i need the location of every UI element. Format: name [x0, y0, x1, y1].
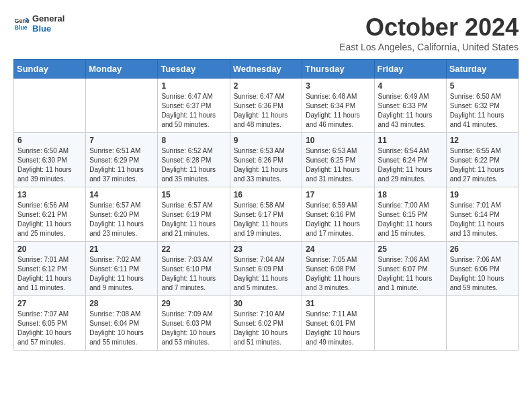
- day-number: 20: [17, 244, 82, 254]
- calendar-cell: 12Sunrise: 6:55 AM Sunset: 6:22 PM Dayli…: [446, 133, 518, 187]
- calendar-cell: 2Sunrise: 6:47 AM Sunset: 6:36 PM Daylig…: [230, 79, 302, 133]
- day-info: Sunrise: 6:55 AM Sunset: 6:22 PM Dayligh…: [450, 146, 515, 184]
- weekday-header-tuesday: Tuesday: [158, 60, 230, 79]
- day-number: 31: [306, 299, 370, 308]
- day-number: 21: [89, 244, 154, 254]
- weekday-header-row: SundayMondayTuesdayWednesdayThursdayFrid…: [14, 60, 519, 79]
- day-number: 14: [89, 190, 154, 199]
- location-subtitle: East Los Angeles, California, United Sta…: [339, 42, 519, 52]
- calendar-cell: 11Sunrise: 6:54 AM Sunset: 6:24 PM Dayli…: [374, 133, 446, 187]
- day-info: Sunrise: 6:56 AM Sunset: 6:21 PM Dayligh…: [17, 201, 82, 238]
- day-info: Sunrise: 6:50 AM Sunset: 6:32 PM Dayligh…: [450, 92, 515, 130]
- calendar-cell: 27Sunrise: 7:07 AM Sunset: 6:05 PM Dayli…: [14, 296, 86, 351]
- day-info: Sunrise: 6:57 AM Sunset: 6:19 PM Dayligh…: [161, 201, 226, 238]
- day-info: Sunrise: 6:48 AM Sunset: 6:34 PM Dayligh…: [306, 92, 370, 130]
- day-info: Sunrise: 6:54 AM Sunset: 6:24 PM Dayligh…: [378, 146, 443, 184]
- svg-text:Blue: Blue: [15, 24, 28, 31]
- day-info: Sunrise: 7:11 AM Sunset: 6:01 PM Dayligh…: [306, 310, 370, 347]
- calendar-cell: 23Sunrise: 7:04 AM Sunset: 6:09 PM Dayli…: [230, 242, 302, 296]
- day-number: 15: [161, 190, 226, 199]
- weekday-header-monday: Monday: [86, 60, 158, 79]
- title-area: October 2024 East Los Angeles, Californi…: [339, 13, 519, 52]
- calendar-cell: [446, 296, 518, 351]
- week-row-3: 13Sunrise: 6:56 AM Sunset: 6:21 PM Dayli…: [14, 187, 519, 242]
- day-number: 22: [161, 244, 226, 254]
- week-row-5: 27Sunrise: 7:07 AM Sunset: 6:05 PM Dayli…: [14, 296, 519, 351]
- calendar-cell: [14, 79, 86, 133]
- logo-blue: Blue: [32, 24, 64, 34]
- day-info: Sunrise: 7:02 AM Sunset: 6:11 PM Dayligh…: [89, 255, 154, 293]
- calendar-cell: 16Sunrise: 6:58 AM Sunset: 6:17 PM Dayli…: [230, 187, 302, 242]
- day-info: Sunrise: 6:47 AM Sunset: 6:37 PM Dayligh…: [161, 92, 226, 130]
- day-number: 19: [450, 190, 515, 199]
- weekday-header-friday: Friday: [374, 60, 446, 79]
- day-number: 27: [17, 299, 82, 308]
- day-number: 4: [378, 81, 443, 91]
- calendar-cell: 13Sunrise: 6:56 AM Sunset: 6:21 PM Dayli…: [14, 187, 86, 242]
- week-row-1: 1Sunrise: 6:47 AM Sunset: 6:37 PM Daylig…: [14, 79, 519, 133]
- calendar-cell: 18Sunrise: 7:00 AM Sunset: 6:15 PM Dayli…: [374, 187, 446, 242]
- calendar-cell: 1Sunrise: 6:47 AM Sunset: 6:37 PM Daylig…: [158, 79, 230, 133]
- day-info: Sunrise: 7:03 AM Sunset: 6:10 PM Dayligh…: [161, 255, 226, 293]
- day-number: 17: [306, 190, 370, 199]
- day-number: 23: [234, 244, 299, 254]
- day-info: Sunrise: 7:07 AM Sunset: 6:05 PM Dayligh…: [17, 310, 82, 347]
- day-info: Sunrise: 7:09 AM Sunset: 6:03 PM Dayligh…: [161, 310, 226, 347]
- day-info: Sunrise: 6:51 AM Sunset: 6:29 PM Dayligh…: [89, 146, 154, 184]
- day-info: Sunrise: 7:01 AM Sunset: 6:14 PM Dayligh…: [450, 201, 515, 238]
- calendar-cell: [374, 296, 446, 351]
- day-info: Sunrise: 6:47 AM Sunset: 6:36 PM Dayligh…: [234, 92, 299, 130]
- calendar-cell: 26Sunrise: 7:06 AM Sunset: 6:06 PM Dayli…: [446, 242, 518, 296]
- calendar-cell: 5Sunrise: 6:50 AM Sunset: 6:32 PM Daylig…: [446, 79, 518, 133]
- calendar-cell: 15Sunrise: 6:57 AM Sunset: 6:19 PM Dayli…: [158, 187, 230, 242]
- day-info: Sunrise: 6:52 AM Sunset: 6:28 PM Dayligh…: [161, 146, 226, 184]
- calendar-cell: 19Sunrise: 7:01 AM Sunset: 6:14 PM Dayli…: [446, 187, 518, 242]
- day-info: Sunrise: 7:01 AM Sunset: 6:12 PM Dayligh…: [17, 255, 82, 293]
- calendar-cell: 31Sunrise: 7:11 AM Sunset: 6:01 PM Dayli…: [302, 296, 374, 351]
- day-info: Sunrise: 7:06 AM Sunset: 6:06 PM Dayligh…: [450, 255, 515, 293]
- day-info: Sunrise: 7:06 AM Sunset: 6:07 PM Dayligh…: [378, 255, 443, 293]
- day-info: Sunrise: 6:58 AM Sunset: 6:17 PM Dayligh…: [234, 201, 299, 238]
- calendar-cell: 21Sunrise: 7:02 AM Sunset: 6:11 PM Dayli…: [86, 242, 158, 296]
- day-number: 1: [161, 81, 226, 91]
- day-number: 30: [234, 299, 299, 308]
- calendar-cell: 24Sunrise: 7:05 AM Sunset: 6:08 PM Dayli…: [302, 242, 374, 296]
- day-number: 18: [378, 190, 443, 199]
- day-number: 7: [89, 136, 154, 145]
- calendar-table: SundayMondayTuesdayWednesdayThursdayFrid…: [13, 59, 519, 351]
- month-title: October 2024: [339, 13, 519, 42]
- day-info: Sunrise: 6:59 AM Sunset: 6:16 PM Dayligh…: [306, 201, 370, 238]
- day-info: Sunrise: 7:08 AM Sunset: 6:04 PM Dayligh…: [89, 310, 154, 347]
- weekday-header-wednesday: Wednesday: [230, 60, 302, 79]
- calendar-cell: 14Sunrise: 6:57 AM Sunset: 6:20 PM Dayli…: [86, 187, 158, 242]
- calendar-cell: 28Sunrise: 7:08 AM Sunset: 6:04 PM Dayli…: [86, 296, 158, 351]
- day-info: Sunrise: 6:53 AM Sunset: 6:26 PM Dayligh…: [234, 146, 299, 184]
- day-info: Sunrise: 6:53 AM Sunset: 6:25 PM Dayligh…: [306, 146, 370, 184]
- day-info: Sunrise: 7:10 AM Sunset: 6:02 PM Dayligh…: [234, 310, 299, 347]
- calendar-cell: 10Sunrise: 6:53 AM Sunset: 6:25 PM Dayli…: [302, 133, 374, 187]
- weekday-header-thursday: Thursday: [302, 60, 374, 79]
- calendar-cell: 20Sunrise: 7:01 AM Sunset: 6:12 PM Dayli…: [14, 242, 86, 296]
- day-number: 5: [450, 81, 515, 91]
- calendar-cell: 17Sunrise: 6:59 AM Sunset: 6:16 PM Dayli…: [302, 187, 374, 242]
- day-number: 16: [234, 190, 299, 199]
- weekday-header-saturday: Saturday: [446, 60, 518, 79]
- day-number: 2: [234, 81, 299, 91]
- weekday-header-sunday: Sunday: [14, 60, 86, 79]
- day-number: 3: [306, 81, 370, 91]
- logo-icon: General Blue: [13, 15, 30, 32]
- calendar-cell: 7Sunrise: 6:51 AM Sunset: 6:29 PM Daylig…: [86, 133, 158, 187]
- day-number: 6: [17, 136, 82, 145]
- calendar-cell: 3Sunrise: 6:48 AM Sunset: 6:34 PM Daylig…: [302, 79, 374, 133]
- calendar-cell: 9Sunrise: 6:53 AM Sunset: 6:26 PM Daylig…: [230, 133, 302, 187]
- calendar-cell: 8Sunrise: 6:52 AM Sunset: 6:28 PM Daylig…: [158, 133, 230, 187]
- day-number: 25: [378, 244, 443, 254]
- day-info: Sunrise: 7:05 AM Sunset: 6:08 PM Dayligh…: [306, 255, 370, 293]
- day-info: Sunrise: 7:04 AM Sunset: 6:09 PM Dayligh…: [234, 255, 299, 293]
- logo-general: General: [32, 13, 64, 24]
- calendar-cell: [86, 79, 158, 133]
- header: General Blue General Blue October 2024 E…: [13, 13, 519, 52]
- day-number: 10: [306, 136, 370, 145]
- day-number: 13: [17, 190, 82, 199]
- calendar-cell: 29Sunrise: 7:09 AM Sunset: 6:03 PM Dayli…: [158, 296, 230, 351]
